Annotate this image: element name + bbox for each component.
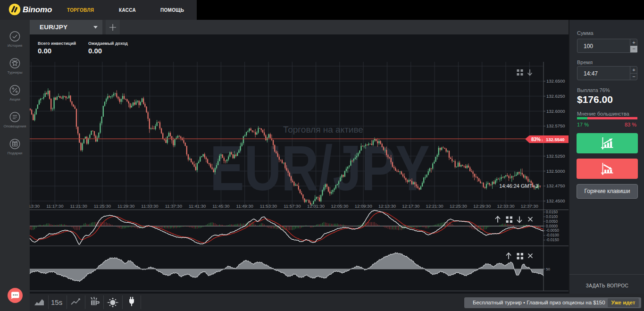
svg-text:132.6500: 132.6500 (546, 78, 565, 84)
svg-text:132.6250: 132.6250 (546, 93, 565, 99)
svg-text:132.5000: 132.5000 (546, 168, 565, 174)
svg-text:Подарки: Подарки (8, 151, 23, 155)
svg-text:0.00: 0.00 (38, 47, 51, 55)
svg-text:11:53:30: 11:53:30 (260, 203, 277, 209)
svg-text:12:29:30: 12:29:30 (473, 203, 491, 209)
svg-text:50: 50 (546, 267, 550, 271)
svg-text:132.5540: 132.5540 (546, 137, 565, 142)
svg-text:11:29:30: 11:29:30 (117, 203, 134, 209)
svg-text:11:17:30: 11:17:30 (46, 203, 63, 209)
svg-text:11:45:30: 11:45:30 (212, 203, 229, 209)
svg-text:12:33:30: 12:33:30 (497, 203, 515, 209)
svg-text:-0.0100: -0.0100 (546, 233, 559, 237)
svg-text:11:37:30: 11:37:30 (165, 203, 182, 209)
svg-text:Оповещения: Оповещения (4, 124, 26, 128)
svg-text:14:46:24 GMT+3: 14:46:24 GMT+3 (499, 183, 538, 189)
svg-text:15s: 15s (51, 298, 62, 306)
svg-text:0.0150: 0.0150 (546, 210, 558, 214)
svg-text:0.0000: 0.0000 (546, 224, 558, 228)
svg-text:12:17:30: 12:17:30 (402, 203, 419, 209)
svg-text:-0.0050: -0.0050 (546, 228, 559, 233)
svg-text:Ожидаемый доход: Ожидаемый доход (88, 41, 128, 46)
svg-text:132.4500: 132.4500 (546, 198, 565, 203)
svg-text:11:41:30: 11:41:30 (189, 203, 206, 209)
svg-text:132.4750: 132.4750 (546, 183, 565, 188)
svg-text:Акции: Акции (9, 97, 20, 101)
svg-text:↓: ↓ (541, 137, 544, 142)
svg-text:-0.0150: -0.0150 (546, 238, 559, 242)
svg-text:12:37:30: 12:37:30 (521, 203, 538, 209)
svg-text:12:21:30: 12:21:30 (426, 203, 443, 209)
svg-text:12:05:30: 12:05:30 (331, 203, 348, 209)
svg-text:11:57:30: 11:57:30 (284, 203, 301, 209)
svg-text:132.5750: 132.5750 (546, 123, 565, 128)
svg-text:Всего инвестиций: Всего инвестиций (38, 41, 76, 46)
svg-text:0.00: 0.00 (88, 47, 102, 55)
svg-text:История: История (8, 43, 22, 48)
svg-text:12:01:30: 12:01:30 (307, 203, 325, 209)
svg-text:132.5250: 132.5250 (546, 153, 565, 159)
svg-text:11:33:30: 11:33:30 (141, 203, 158, 209)
svg-text:11:21:30: 11:21:30 (70, 203, 87, 209)
svg-text:Турниры: Турниры (8, 70, 23, 75)
svg-text:83%: 83% (531, 137, 541, 142)
svg-text:12:25:30: 12:25:30 (450, 203, 467, 209)
svg-text:11:13:30: 11:13:30 (30, 203, 40, 209)
svg-text:12:13:30: 12:13:30 (378, 203, 396, 209)
svg-text:11:49:30: 11:49:30 (236, 203, 253, 209)
svg-text:132.6000: 132.6000 (546, 109, 565, 114)
svg-text:0.0100: 0.0100 (546, 215, 558, 219)
svg-text:12:09:30: 12:09:30 (355, 203, 372, 209)
svg-text:0.0050: 0.0050 (546, 219, 558, 224)
svg-text:11:25:30: 11:25:30 (94, 203, 111, 209)
